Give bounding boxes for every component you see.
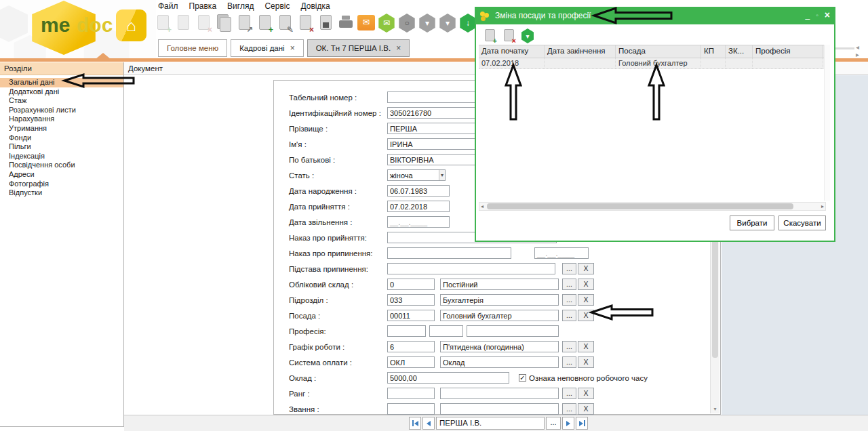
tab-scroll-arrows[interactable]: ◂ ▸: [856, 43, 868, 58]
minimize-button[interactable]: _: [806, 10, 810, 20]
text-input[interactable]: [387, 403, 435, 415]
save-icon[interactable]: [316, 13, 335, 33]
export-hexagon-icon[interactable]: ▾: [438, 13, 457, 33]
send-report-icon[interactable]: ✉: [357, 13, 376, 33]
browse-button[interactable]: ...: [562, 310, 576, 321]
cancel-button[interactable]: Скасувати: [778, 216, 826, 230]
text-input[interactable]: [387, 263, 555, 274]
clear-button[interactable]: X: [578, 310, 594, 321]
new-document-icon[interactable]: +: [153, 13, 172, 33]
tab-close-icon[interactable]: ×: [290, 43, 295, 53]
text-input[interactable]: 0: [387, 279, 435, 290]
open-document-icon[interactable]: [174, 13, 193, 33]
tab-кадрові-дані[interactable]: Кадрові дані×: [231, 39, 303, 57]
sidebar-item[interactable]: Посвідчення особи: [0, 161, 123, 170]
print-icon[interactable]: [336, 13, 355, 33]
text-input[interactable]: 07.02.2018: [387, 201, 450, 212]
text-input[interactable]: 033: [387, 294, 435, 306]
browse-button[interactable]: ...: [562, 279, 576, 290]
delete-document-icon[interactable]: ×: [194, 13, 213, 33]
table-vertical-scrollbar[interactable]: [824, 45, 830, 201]
clear-button[interactable]: X: [578, 341, 594, 352]
remove-record-icon[interactable]: ×: [296, 13, 315, 33]
text-input[interactable]: ІРИНА: [387, 138, 475, 150]
sidebar-item[interactable]: Розрахункові листи: [0, 106, 123, 115]
scroll-right-icon[interactable]: ▸: [821, 203, 824, 210]
dropdown-select[interactable]: жіноча▾: [387, 169, 446, 181]
text-input[interactable]: [440, 388, 559, 399]
table-horizontal-scrollbar[interactable]: ◂ ▸: [479, 202, 826, 211]
text-input[interactable]: 00011: [387, 310, 435, 321]
text-input[interactable]: [387, 325, 426, 337]
sidebar-item[interactable]: Стаж: [0, 96, 123, 106]
text-input[interactable]: 6: [387, 341, 435, 352]
next-record-button[interactable]: [562, 417, 574, 430]
text-input[interactable]: [440, 403, 559, 415]
dialog-titlebar[interactable]: Зміна посади та професії _ ▫ ×: [475, 7, 835, 24]
select-button[interactable]: Вибрати: [730, 216, 774, 230]
tab-головне-меню[interactable]: Головне меню: [158, 39, 227, 57]
column-header[interactable]: Дата закінчення: [545, 45, 616, 58]
clear-button[interactable]: X: [578, 263, 594, 274]
browse-button[interactable]: ...: [562, 356, 576, 368]
export-document-icon[interactable]: ↗: [235, 13, 254, 33]
edit-record-icon[interactable]: ✎: [275, 13, 294, 33]
sidebar-item[interactable]: Пільги: [0, 142, 123, 152]
sidebar-item[interactable]: Фотографія: [0, 180, 123, 189]
text-input[interactable]: Постійний: [440, 279, 559, 290]
select-hexagon-icon[interactable]: ▾: [519, 28, 536, 45]
text-input[interactable]: [387, 247, 511, 259]
scroll-left-icon[interactable]: ◂: [481, 203, 484, 210]
prev-record-button[interactable]: [422, 417, 435, 430]
tab-ок-тн-7-перша-і-в-[interactable]: ОК. Тн 7 ПЕРША І.В.×: [307, 39, 410, 57]
text-input[interactable]: П'ятиденка (погодинна): [440, 341, 559, 352]
inbox-report-icon[interactable]: ✉: [377, 13, 396, 33]
text-input[interactable]: Оклад: [440, 356, 559, 368]
menu-item[interactable]: Довідка: [300, 1, 330, 11]
tab-close-icon[interactable]: ×: [396, 43, 401, 53]
text-input[interactable]: [429, 325, 463, 337]
sidebar-item[interactable]: Адреси: [0, 170, 123, 180]
copy-document-icon[interactable]: [214, 13, 233, 33]
text-input[interactable]: 06.07.1983: [387, 185, 450, 197]
text-input[interactable]: Бухгалтерія: [440, 294, 559, 306]
text-input[interactable]: [467, 325, 559, 337]
sidebar-item[interactable]: Утримання: [0, 124, 123, 134]
column-header[interactable]: Посада: [616, 45, 701, 58]
table-row[interactable]: 07.02.2018Головний бухгалтер: [479, 58, 825, 69]
text-input[interactable]: Головний бухгалтер: [440, 310, 559, 321]
close-button[interactable]: ×: [825, 9, 830, 20]
record-list-button[interactable]: ...: [546, 417, 561, 430]
text-input[interactable]: ОКЛ: [387, 356, 435, 368]
column-header[interactable]: Дата початку: [479, 45, 545, 58]
add-record-icon[interactable]: +: [255, 13, 274, 33]
browse-button[interactable]: ...: [562, 294, 576, 306]
sidebar-item[interactable]: Нарахування: [0, 115, 123, 124]
browse-button[interactable]: ...: [562, 341, 576, 352]
menu-item[interactable]: Сервіс: [264, 1, 290, 11]
clear-button[interactable]: X: [578, 388, 594, 399]
text-input[interactable]: ПЕРША: [387, 123, 475, 134]
column-header[interactable]: Професія: [753, 45, 823, 58]
browse-button[interactable]: ...: [562, 263, 576, 274]
text-input[interactable]: 3050216780: [387, 107, 475, 119]
text-input[interactable]: [387, 91, 475, 103]
text-input[interactable]: __.__.____: [387, 216, 450, 228]
checkbox-field[interactable]: ✓Ознака неповного робочого часу: [519, 372, 648, 384]
add-row-icon[interactable]: +: [481, 28, 498, 45]
clear-button[interactable]: X: [578, 356, 594, 368]
sidebar-item[interactable]: Загальні дані: [0, 78, 123, 87]
clear-button[interactable]: X: [578, 294, 594, 306]
sidebar-item[interactable]: Індексація: [0, 152, 123, 161]
text-input[interactable]: 5000,00: [387, 372, 509, 384]
clear-button[interactable]: X: [578, 403, 594, 415]
first-record-button[interactable]: [409, 417, 421, 430]
scrollbar-thumb[interactable]: [487, 203, 793, 209]
search-report-icon[interactable]: ○: [397, 13, 416, 33]
browse-button[interactable]: ...: [562, 388, 576, 399]
clear-button[interactable]: X: [578, 279, 594, 290]
column-header[interactable]: КП: [701, 45, 726, 58]
import-hexagon-icon[interactable]: ▾: [418, 13, 437, 33]
text-input[interactable]: ВІКТОРІВНА: [387, 154, 475, 165]
sidebar-item[interactable]: Фонди: [0, 134, 123, 143]
